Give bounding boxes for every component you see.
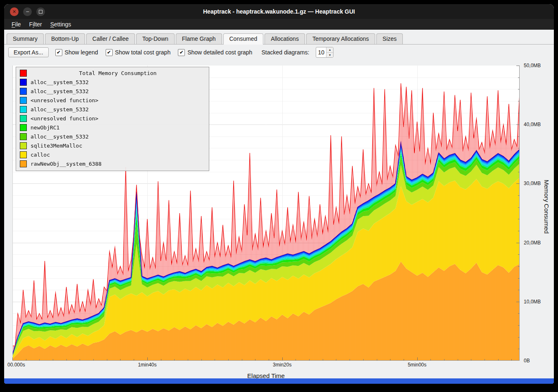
tab-bottom-up[interactable]: Bottom-Up — [45, 33, 85, 44]
export-as-button[interactable]: Export As... — [8, 47, 49, 57]
spin-buttons: ▴ ▾ — [326, 47, 333, 57]
close-icon: × — [12, 9, 16, 14]
spin-down-button[interactable]: ▾ — [326, 53, 333, 58]
x-axis-ticks: 00.000s1min40s3min20s5min00s — [12, 362, 520, 369]
bottom-bar[interactable] — [4, 378, 554, 384]
stacked-diagrams-label: Stacked diagrams: — [261, 49, 309, 56]
legend-swatch — [20, 115, 27, 122]
x-tick-label: 3min20s — [273, 362, 291, 368]
y-tick-label: 40,0MB — [524, 122, 541, 127]
legend-item: <unresolved function> — [16, 114, 209, 123]
checkbox-label: Show total cost graph — [115, 49, 171, 56]
app-window: × − Heaptrack - heaptrack.wakunode.1.gz … — [4, 4, 554, 384]
legend-swatch — [20, 133, 27, 140]
menu-item-settings[interactable]: Settings — [46, 20, 76, 29]
legend-item: sqlite3MemMalloc — [16, 141, 209, 150]
y-tick-label: 10,0MB — [524, 299, 541, 305]
legend-swatch — [20, 97, 27, 104]
legend-item: newObjRC1 — [16, 123, 209, 132]
legend-label: <unresolved function> — [31, 97, 98, 103]
stacked-diagrams-spinbox[interactable]: 10 ▴ ▾ — [316, 47, 333, 58]
chart-area: Total Memory Consumption alloc__system_5… — [4, 60, 554, 383]
legend-item: rawNewObj__system_6388 — [16, 159, 209, 168]
checkbox-box[interactable]: ✔ — [106, 49, 113, 56]
y-axis-title: Memory Consumed — [543, 180, 550, 234]
checkbox-box[interactable]: ✔ — [178, 49, 185, 56]
legend-label: alloc__system_5332 — [31, 79, 89, 85]
tab-temporary-allocations[interactable]: Temporary Allocations — [306, 33, 375, 44]
legend-label: calloc — [31, 152, 50, 158]
stacked-diagrams-value[interactable]: 10 — [316, 47, 326, 57]
toolbar-checkboxes: ✔Show legend✔Show total cost graph✔Show … — [55, 49, 253, 56]
legend-item: alloc__system_5332 — [16, 77, 209, 87]
legend-swatch — [20, 142, 27, 149]
tab-top-down[interactable]: Top-Down — [136, 33, 175, 44]
tab-allocations[interactable]: Allocations — [265, 33, 305, 44]
legend-title: Total Memory Consumption — [31, 70, 205, 76]
tab-flame-graph[interactable]: Flame Graph — [176, 33, 222, 44]
legend-item: alloc__system_5332 — [16, 87, 209, 96]
legend-swatch — [20, 151, 27, 158]
menubar: FileFilterSettings — [4, 19, 554, 30]
legend-item: alloc__system_5332 — [16, 105, 209, 114]
y-tick-label: 30,0MB — [524, 181, 541, 186]
y-tick-label: 0B — [524, 358, 530, 364]
maximize-icon — [39, 10, 43, 14]
x-tick-label: 00.000s — [7, 362, 25, 368]
spin-up-button[interactable]: ▴ — [326, 47, 333, 53]
checkbox-show-legend[interactable]: ✔Show legend — [55, 49, 98, 56]
chart-legend: Total Memory Consumption alloc__system_5… — [16, 67, 209, 171]
legend-swatch — [20, 160, 27, 167]
checkbox-label: Show legend — [65, 49, 98, 56]
legend-label: newObjRC1 — [31, 124, 59, 131]
checkbox-show-detailed-cost-graph[interactable]: ✔Show detailed cost graph — [178, 49, 252, 56]
checkbox-show-total-cost-graph[interactable]: ✔Show total cost graph — [106, 49, 171, 56]
window-buttons: × − — [10, 7, 45, 16]
tab-caller-callee[interactable]: Caller / Callee — [86, 33, 135, 44]
legend-title-swatch — [20, 70, 27, 77]
titlebar[interactable]: × − Heaptrack - heaptrack.wakunode.1.gz … — [4, 4, 554, 19]
menu-item-filter[interactable]: Filter — [25, 20, 46, 29]
legend-label: alloc__system_5332 — [31, 88, 89, 94]
window-title: Heaptrack - heaptrack.wakunode.1.gz — He… — [4, 8, 554, 15]
checkbox-label: Show detailed cost graph — [187, 49, 252, 56]
legend-label: sqlite3MemMalloc — [31, 143, 82, 149]
legend-label: rawNewObj__system_6388 — [31, 161, 102, 167]
menu-item-file[interactable]: File — [7, 20, 25, 29]
legend-label: alloc__system_5332 — [31, 106, 89, 113]
legend-title-row: Total Memory Consumption — [16, 68, 209, 77]
legend-swatch — [20, 106, 27, 113]
maximize-button[interactable] — [36, 7, 45, 16]
toolbar: Export As... ✔Show legend✔Show total cos… — [4, 45, 554, 60]
legend-item: <unresolved function> — [16, 96, 209, 105]
minimize-button[interactable]: − — [23, 7, 32, 16]
x-tick-label: 1min40s — [138, 362, 156, 368]
close-button[interactable]: × — [10, 7, 19, 16]
legend-swatch — [20, 88, 27, 95]
legend-swatch — [20, 124, 27, 131]
y-tick-label: 20,0MB — [524, 240, 541, 246]
legend-label: alloc__system_5332 — [31, 134, 89, 140]
tab-summary[interactable]: Summary — [7, 33, 44, 44]
tab-consumed[interactable]: Consumed — [223, 33, 264, 45]
legend-item: alloc__system_5332 — [16, 132, 209, 141]
y-tick-label: 50,0MB — [524, 63, 541, 68]
tabbar: SummaryBottom-UpCaller / CalleeTop-DownF… — [4, 32, 554, 45]
legend-item: calloc — [16, 150, 209, 159]
checkbox-box[interactable]: ✔ — [55, 49, 62, 56]
legend-swatch — [20, 79, 27, 86]
tab-sizes[interactable]: Sizes — [376, 33, 403, 44]
legend-items: alloc__system_5332alloc__system_5332<unr… — [16, 77, 209, 168]
minimize-icon: − — [26, 9, 29, 14]
x-tick-label: 5min00s — [408, 362, 426, 368]
legend-label: <unresolved function> — [31, 115, 98, 122]
